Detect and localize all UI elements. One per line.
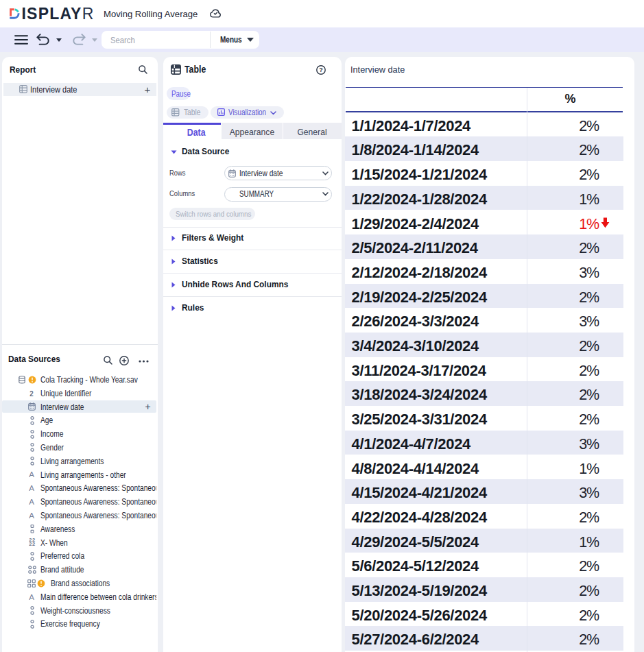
svg-text:?: ?	[319, 67, 323, 73]
